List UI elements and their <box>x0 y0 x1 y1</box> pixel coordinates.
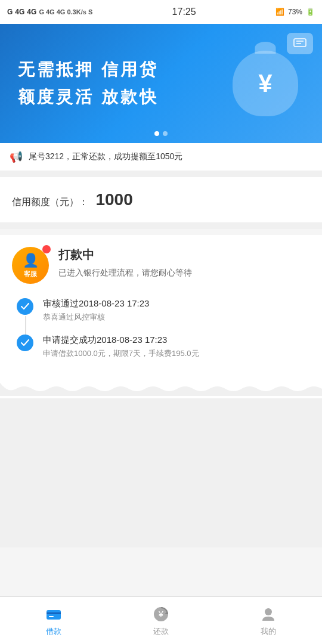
gray-content-area <box>0 398 322 547</box>
dot-1 <box>154 131 159 136</box>
4g-icon2: 4G <box>27 8 36 16</box>
timeline-item-1: 审核通过2018-08-23 17:23 恭喜通过风控审核 <box>17 298 310 323</box>
svg-text:¥: ¥ <box>158 609 163 619</box>
customer-service-label: 客服 <box>24 270 37 278</box>
battery-text: 73% <box>288 8 302 16</box>
wifi-icon: 📶 <box>275 8 284 16</box>
notification-bar: 📢 尾号3212，正常还款，成功提额至1050元 <box>0 143 322 171</box>
processing-header: 👤 客服 打款中 已进入银行处理流程，请您耐心等待 <box>12 247 310 284</box>
repay-icon: ¥ <box>151 605 171 624</box>
divider-1 <box>0 171 322 177</box>
chat-icon[interactable] <box>287 33 313 54</box>
notification-text: 尾号3212，正常还款，成功提额至1050元 <box>29 151 182 162</box>
timeline-title-1: 审核通过2018-08-23 17:23 <box>43 298 310 309</box>
4g-icon: 4G <box>15 8 24 16</box>
credit-amount: 1000 <box>95 190 132 209</box>
yen-icon: ¥ <box>258 69 272 98</box>
status-bar: G 4G 4G G 4G 4G 0.3K/s S 17:25 📶 73% 🔋 <box>0 0 322 24</box>
credit-section: 信用额度（元）： 1000 <box>0 177 322 223</box>
credit-label: 信用额度（元）： <box>12 197 88 207</box>
megaphone-icon: 📢 <box>10 150 23 163</box>
customer-service-button[interactable]: 👤 客服 <box>12 247 49 284</box>
processing-title: 打款中 <box>58 247 310 263</box>
banner-icon: ¥ <box>227 45 304 122</box>
timeline-sub-1: 恭喜通过风控审核 <box>43 312 310 323</box>
timeline-item-2: 申请提交成功2018-08-23 17:23 申请借款1000.0元，期限7天，… <box>17 335 310 359</box>
promo-banner: 无需抵押 信用贷 额度灵活 放款快 ¥ <box>0 24 322 143</box>
svg-rect-4 <box>47 612 61 614</box>
timeline: 审核通过2018-08-23 17:23 恭喜通过风控审核 申请提交成功2018… <box>12 298 310 359</box>
person-icon: 👤 <box>23 253 39 268</box>
signal-icon: G <box>7 8 13 16</box>
banner-text: 无需抵押 信用贷 额度灵活 放款快 <box>18 58 227 109</box>
speed-text: G 4G 4G 0.3K/s S <box>39 8 92 16</box>
nav-item-borrow[interactable]: 借款 <box>32 600 75 642</box>
mine-icon <box>259 605 278 624</box>
divider-2 <box>0 223 322 229</box>
battery-icon: 🔋 <box>306 8 315 16</box>
timeline-dot-1 <box>17 298 33 315</box>
borrow-icon <box>44 605 63 624</box>
wavy-svg <box>0 383 322 396</box>
status-section: 👤 客服 打款中 已进入银行处理流程，请您耐心等待 审核通过2018-08-23… <box>0 235 322 383</box>
svg-rect-0 <box>294 39 306 47</box>
nav-item-mine[interactable]: 我的 <box>247 600 290 642</box>
timeline-sub-2: 申请借款1000.0元，期限7天，手续费195.0元 <box>43 348 310 359</box>
processing-info: 打款中 已进入银行处理流程，请您耐心等待 <box>58 247 310 279</box>
banner-line2: 额度灵活 放款快 <box>18 86 227 109</box>
mine-label: 我的 <box>261 626 276 637</box>
svg-point-9 <box>265 608 272 615</box>
status-right: 📶 73% 🔋 <box>275 8 315 16</box>
nav-item-repay[interactable]: ¥ 还款 <box>140 600 182 642</box>
timeline-dot-2 <box>17 335 33 351</box>
repay-label: 还款 <box>153 626 169 637</box>
banner-dots <box>154 131 168 136</box>
money-bag-icon: ¥ <box>233 51 298 116</box>
processing-desc: 已进入银行处理流程，请您耐心等待 <box>58 267 310 279</box>
timeline-title-2: 申请提交成功2018-08-23 17:23 <box>43 335 310 346</box>
timeline-content-1: 审核通过2018-08-23 17:23 恭喜通过风控审核 <box>43 298 310 323</box>
dot-2 <box>163 131 168 136</box>
borrow-label: 借款 <box>46 626 61 637</box>
timeline-content-2: 申请提交成功2018-08-23 17:23 申请借款1000.0元，期限7天，… <box>43 335 310 359</box>
svg-rect-5 <box>49 616 54 617</box>
banner-line1: 无需抵押 信用贷 <box>18 58 227 81</box>
status-left: G 4G 4G G 4G 4G 0.3K/s S <box>7 8 92 16</box>
bottom-navigation: 借款 ¥ 还款 我的 <box>0 596 322 644</box>
status-time: 17:25 <box>172 7 196 17</box>
svg-rect-3 <box>47 610 61 620</box>
wavy-section <box>0 383 322 398</box>
